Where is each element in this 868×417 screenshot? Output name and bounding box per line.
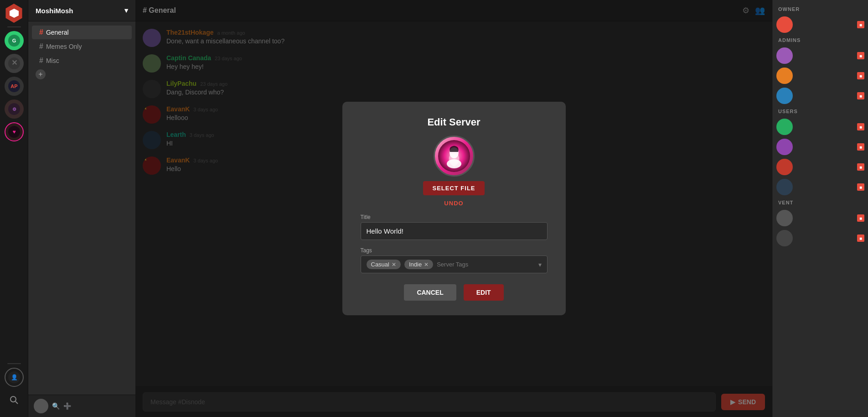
user-avatar-2 [776, 139, 793, 155]
owner-avatar [776, 16, 793, 33]
admin-avatar-group [776, 88, 793, 104]
remove-user-2-button[interactable]: ■ [857, 143, 864, 151]
right-user-item[interactable]: ■ [773, 177, 868, 197]
server-header[interactable]: MoshiMosh ▾ [28, 0, 135, 21]
remove-user-1-button[interactable]: ■ [857, 123, 864, 130]
right-user-item[interactable]: ■ [773, 15, 868, 35]
modal-avatar-section: SELECT FILE UNDO [423, 136, 484, 207]
rail-bottom: 👤 [5, 363, 24, 413]
modal-actions: CANCEL EDIT [404, 284, 503, 301]
right-sidebar: OWNER ■ ADMINS ■ ■ ■ USERS ■ ■ ■ ■ [772, 0, 868, 417]
right-user-item[interactable]: ■ [773, 228, 868, 248]
channel-hash-memes: # [39, 42, 43, 51]
channel-name-misc: Misc [46, 57, 59, 64]
tags-field-label: Tags [361, 247, 548, 254]
modal-overlay[interactable]: Edit Server [135, 0, 772, 417]
tag-chip-casual[interactable]: Casual ✕ [367, 260, 401, 269]
add-channel-button[interactable]: + [36, 69, 46, 79]
svg-point-13 [10, 396, 16, 402]
channel-item-general[interactable]: # General [32, 26, 132, 39]
svg-text:G: G [12, 38, 16, 43]
remove-casual-tag[interactable]: ✕ [392, 261, 396, 268]
search-icon-sidebar[interactable]: 🔍 [52, 402, 60, 410]
current-user-avatar [34, 399, 48, 413]
channel-sidebar: MoshiMosh ▾ # General # Memes Only # Mis… [28, 0, 135, 417]
select-file-button[interactable]: SELECT FILE [423, 181, 484, 195]
server-icon-5[interactable]: ♥ [5, 122, 24, 141]
svg-text:♥: ♥ [12, 129, 16, 135]
section-header-vent: VENT [773, 197, 868, 208]
cancel-button[interactable]: CANCEL [404, 284, 456, 301]
modal-title: Edit Server [427, 116, 480, 128]
tags-placeholder: Server Tags [437, 261, 534, 268]
title-field: Title [361, 214, 548, 240]
user-avatar-3 [776, 159, 793, 175]
server-icon-4[interactable]: ⚙ [5, 99, 24, 119]
remove-admin-3-button[interactable]: ■ [857, 92, 864, 99]
channel-item-misc[interactable]: # Misc [32, 54, 132, 68]
user-avatar-4 [776, 179, 793, 195]
app-logo-icon[interactable] [5, 4, 24, 23]
right-user-item[interactable]: ■ [773, 208, 868, 228]
vent-avatar-2 [776, 230, 793, 246]
server-icon-2[interactable]: ✕ [5, 54, 24, 73]
svg-text:AP: AP [10, 83, 17, 89]
icon-rail: G ✕ AP ⚙ ♥ 👤 [0, 0, 28, 417]
right-user-item[interactable]: ■ [773, 86, 868, 106]
current-user-avatar-rail[interactable]: 👤 [5, 368, 24, 387]
right-user-item[interactable]: ■ [773, 157, 868, 177]
remove-owner-button[interactable]: ■ [857, 21, 864, 28]
admin-avatar-2 [776, 68, 793, 84]
title-field-label: Title [361, 214, 548, 220]
svg-text:✕: ✕ [11, 59, 17, 67]
tags-dropdown-arrow[interactable]: ▾ [538, 261, 542, 268]
sidebar-bottom: 🔍 ➕ [28, 395, 135, 417]
tag-chip-indie[interactable]: Indie ✕ [404, 260, 433, 269]
plus-icon-sidebar[interactable]: ➕ [63, 402, 71, 410]
undo-button[interactable]: UNDO [444, 200, 463, 207]
channel-hash-general: # [39, 28, 43, 36]
right-user-item[interactable]: ■ [773, 46, 868, 66]
right-user-item[interactable]: ■ [773, 137, 868, 157]
server-name: MoshiMosh [36, 7, 73, 15]
rail-bottom-divider [7, 363, 21, 364]
channel-name-memes: Memes Only [46, 43, 82, 50]
remove-indie-tag[interactable]: ✕ [424, 261, 429, 268]
svg-text:👤: 👤 [10, 374, 17, 381]
channel-name-general: General [46, 29, 69, 36]
remove-vent-2-button[interactable]: ■ [857, 235, 864, 242]
svg-marker-0 [10, 9, 19, 18]
title-input[interactable] [361, 222, 548, 240]
section-header-owner: OWNER [773, 4, 868, 15]
channel-list: # General # Memes Only # Misc + [28, 21, 135, 395]
tags-container[interactable]: Casual ✕ Indie ✕ Server Tags ▾ [361, 255, 548, 273]
svg-line-14 [16, 401, 18, 404]
section-header-admins: ADMINS [773, 35, 868, 46]
remove-user-3-button[interactable]: ■ [857, 163, 864, 171]
vent-avatar-1 [776, 210, 793, 226]
section-header-users: USERS [773, 106, 868, 117]
rail-divider [7, 26, 21, 27]
remove-admin-1-button[interactable]: ■ [857, 52, 864, 59]
tag-label-indie: Indie [409, 261, 422, 268]
server-icon-3[interactable]: AP [5, 77, 24, 96]
channel-item-memes-only[interactable]: # Memes Only [32, 40, 132, 53]
edit-server-modal: Edit Server [342, 102, 566, 315]
channel-hash-misc: # [39, 57, 43, 65]
remove-admin-2-button[interactable]: ■ [857, 72, 864, 79]
modal-server-avatar [434, 136, 475, 177]
sidebar-bottom-icons: 🔍 ➕ [52, 402, 71, 410]
server-dropdown-icon[interactable]: ▾ [124, 6, 128, 15]
remove-user-4-button[interactable]: ■ [857, 183, 864, 191]
tag-label-casual: Casual [371, 261, 389, 268]
tags-field: Tags Casual ✕ Indie ✕ Server Tags ▾ [361, 247, 548, 273]
right-user-item[interactable]: ■ [773, 66, 868, 86]
edit-button[interactable]: EDIT [464, 284, 504, 301]
user-avatar-1 [776, 119, 793, 135]
search-icon-rail[interactable] [5, 391, 24, 410]
right-user-item[interactable]: ■ [773, 117, 868, 137]
remove-vent-1-button[interactable]: ■ [857, 214, 864, 222]
server-icon-1[interactable]: G [5, 31, 24, 50]
main-chat: # General ⚙ 👥 The21stHokage a month ago … [135, 0, 772, 417]
svg-text:⚙: ⚙ [12, 107, 16, 112]
